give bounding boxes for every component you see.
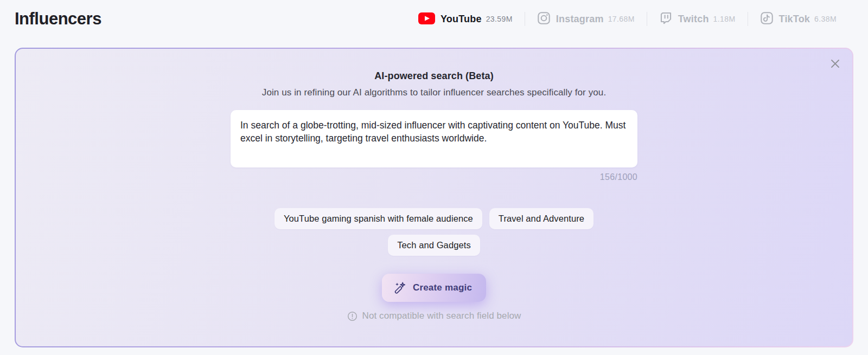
follower-count: 23.59M [486,15,513,23]
divider [748,12,748,26]
follower-count: 6.38M [814,15,837,23]
tab-twitch[interactable]: Twitch 1.18M [659,11,736,27]
magic-wand-icon [393,281,407,295]
tab-tiktok[interactable]: TikTok 6.38M [760,11,837,27]
ai-search-panel: AI-powered search (Beta) Join us in refi… [15,48,853,347]
instagram-icon [537,11,551,27]
create-magic-label: Create magic [413,282,472,293]
platform-tabs: YouTube 23.59M Instagram 17.68M Twitch 1… [418,11,837,27]
twitch-icon [659,11,673,27]
ai-panel-subtitle: Join us in refining our AI algorithms to… [262,87,606,98]
close-icon[interactable] [828,56,843,71]
ai-panel-title: AI-powered search (Beta) [374,70,493,82]
compatibility-note: Not compatible with search field below [347,311,521,321]
tab-instagram[interactable]: Instagram 17.68M [537,11,635,27]
tab-label: TikTok [779,14,810,25]
follower-count: 1.18M [713,15,736,23]
tab-label: Twitch [678,14,709,25]
follower-count: 17.68M [608,15,635,23]
youtube-icon [418,12,435,26]
ai-prompt-input[interactable]: In search of a globe-trotting, mid-sized… [231,110,637,167]
suggestion-chip[interactable]: Tech and Gadgets [388,235,480,256]
tab-label: YouTube [441,14,482,25]
suggestion-chip[interactable]: Travel and Adventure [489,208,593,229]
tab-youtube[interactable]: YouTube 23.59M [418,12,513,26]
char-counter: 156/1000 [231,172,637,182]
ai-search-panel-inner: AI-powered search (Beta) Join us in refi… [16,49,852,346]
tiktok-icon [760,11,774,27]
page-header: Influencers YouTube 23.59M Instagram 17.… [0,0,868,38]
tab-label: Instagram [556,14,604,25]
alert-circle-icon [347,311,358,321]
divider [525,12,525,26]
page-title: Influencers [15,9,101,29]
suggestion-chip[interactable]: YouTube gaming spanish with female audie… [275,208,482,229]
compatibility-note-text: Not compatible with search field below [362,311,521,321]
divider [647,12,647,26]
suggestion-chips: YouTube gaming spanish with female audie… [260,208,608,256]
create-magic-button[interactable]: Create magic [382,274,486,302]
